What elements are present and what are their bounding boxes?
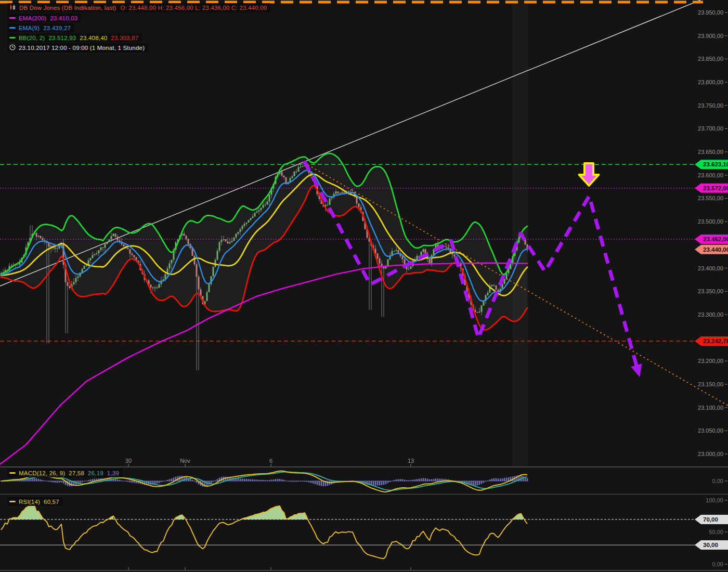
candle-body[interactable] [381,264,383,266]
candle-body[interactable] [90,258,92,260]
ema200-row[interactable]: EMA(200) 23.410,03 [7,14,81,22]
candle-body[interactable] [217,251,218,259]
candle-body[interactable] [236,234,237,238]
candle-body[interactable] [327,205,329,205]
candle-body[interactable] [196,264,198,277]
legend-macd[interactable]: MACD(12, 26, 9) 27,58 26,19 1,39 [7,469,123,478]
candle-body[interactable] [302,166,304,167]
candle-body[interactable] [340,193,341,193]
candle-body[interactable] [446,246,447,248]
candle-body[interactable] [396,250,397,251]
candle-body[interactable] [487,293,489,295]
candle-body[interactable] [198,277,200,289]
candle-body[interactable] [206,292,208,301]
chart-canvas[interactable]: 23.950,0023.900,0023.850,0023.800,0023.7… [0,0,728,572]
candle-body[interactable] [229,242,231,244]
bb-row[interactable]: BB(20, 2) 23.512,93 23.408,40 23.303,87 [7,33,142,42]
candle-body[interactable] [67,282,69,286]
candle-body[interactable] [100,248,102,251]
candle-body[interactable] [188,239,189,244]
candle-body[interactable] [402,256,404,259]
candle-body[interactable] [55,248,56,249]
candle-body[interactable] [267,202,268,205]
candle-body[interactable] [233,238,235,241]
candle-body[interactable] [159,284,160,288]
candle-body[interactable] [261,208,262,210]
candle-body[interactable] [342,192,343,193]
candle-body[interactable] [506,274,508,279]
candle-body[interactable] [394,251,395,251]
candle-body[interactable] [246,223,248,224]
candle-body[interactable] [152,288,154,289]
candle-body[interactable] [358,203,360,207]
candle-body[interactable] [269,195,270,202]
candle-body[interactable] [77,277,79,278]
candle-body[interactable] [209,284,210,292]
candle-body[interactable] [73,282,75,284]
candle-body[interactable] [240,229,241,232]
candle-body[interactable] [244,224,245,226]
candle-body[interactable] [157,288,158,288]
candle-body[interactable] [483,301,485,306]
candle-body[interactable] [454,254,456,256]
candle-body[interactable] [256,212,258,213]
candle-body[interactable] [111,236,112,239]
candle-body[interactable] [379,258,381,264]
candle-body[interactable] [194,256,196,264]
candle-body[interactable] [38,236,40,237]
candle-body[interactable] [231,241,233,242]
candle-body[interactable] [48,243,50,246]
candle-body[interactable] [329,199,331,205]
candle-body[interactable] [225,239,227,241]
candle-body[interactable] [252,216,254,218]
candle-body[interactable] [294,172,295,176]
candle-body[interactable] [154,288,156,288]
candle-body[interactable] [57,249,58,249]
candle-body[interactable] [344,192,345,192]
candle-body[interactable] [398,250,399,253]
candle-body[interactable] [109,239,110,242]
candle-body[interactable] [134,255,135,257]
candle-body[interactable] [84,266,85,269]
candle-body[interactable] [186,236,187,239]
candle-body[interactable] [296,172,297,172]
candle-body[interactable] [150,284,152,287]
candle-body[interactable] [477,312,478,313]
candle-body[interactable] [132,254,133,255]
instrument-row[interactable]: DB Dow Jones (DB Indikation, last) O: 23… [7,3,270,12]
candle-body[interactable] [335,191,337,193]
candle-body[interactable] [242,226,243,229]
candle-body[interactable] [491,285,493,287]
candle-body[interactable] [184,233,185,236]
candle-body[interactable] [238,232,239,234]
candle-body[interactable] [105,244,106,248]
candle-body[interactable] [356,197,358,203]
candle-body[interactable] [123,244,125,246]
timerange-row[interactable]: 23.10.2017 12:00 - 09:00 (1 Monat, 1 Stu… [7,43,148,53]
candle-body[interactable] [263,205,264,208]
candle-body[interactable] [298,167,300,172]
candle-body[interactable] [50,246,52,247]
candle-body[interactable] [92,255,94,258]
candle-body[interactable] [481,305,483,311]
candle-body[interactable] [423,249,424,252]
candle-body[interactable] [337,191,339,193]
candle-body[interactable] [410,266,412,269]
candle-body[interactable] [219,242,220,251]
candle-body[interactable] [129,249,131,254]
candle-body[interactable] [479,311,480,313]
candle-body[interactable] [17,265,19,265]
candle-body[interactable] [42,238,44,240]
candle-body[interactable] [265,205,266,205]
candle-body[interactable] [248,220,250,223]
candle-body[interactable] [281,172,283,176]
candle-body[interactable] [496,285,497,290]
candle-body[interactable] [493,285,495,285]
candle-body[interactable] [221,240,223,242]
candle-body[interactable] [113,233,114,236]
candle-body[interactable] [169,263,171,268]
candle-body[interactable] [86,265,87,266]
legend-rsi[interactable]: RSI(14) 60,57 [7,497,63,507]
candle-body[interactable] [292,176,293,178]
candle-body[interactable] [127,248,129,250]
